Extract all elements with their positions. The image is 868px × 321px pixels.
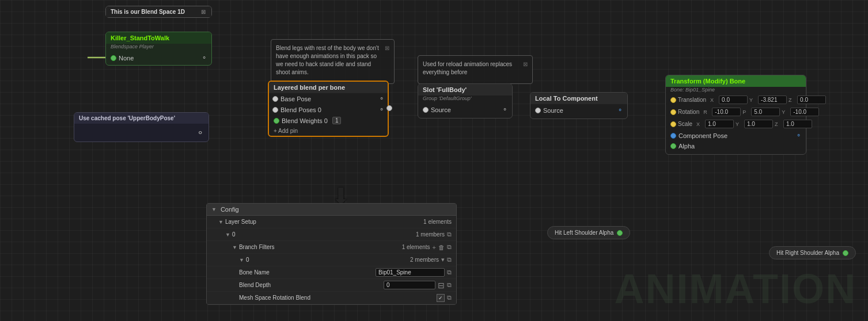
slot-pin-row: Source ⚬	[418, 104, 512, 118]
branch-filters-row[interactable]: ▼ Branch Filters 1 elements + 🗑 ⧉	[207, 241, 456, 254]
layered-header: Layered blend per bone	[269, 82, 388, 93]
killer-title: Killer_StandToWalk	[111, 35, 169, 41]
killer-human-icon: ⚬	[202, 54, 207, 62]
blendspace-comment-node: This is our Blend Space 1D ⊠	[105, 6, 212, 18]
sy-input[interactable]	[744, 120, 773, 128]
hit-left-label: Hit Left Shoulder Alpha	[555, 230, 613, 236]
config-panel: ▼ Config ▼ Layer Setup 1 elements ▼ 0 1 …	[206, 203, 457, 305]
hit-right-label: Hit Right Shoulder Alpha	[776, 250, 839, 256]
copy-icon-1[interactable]: ⧉	[447, 243, 452, 251]
killer-in-pin	[111, 55, 116, 61]
killer-node: Killer_StandToWalk Blendspace Player Non…	[105, 32, 212, 66]
killer-none-label: None	[119, 55, 134, 62]
mesh-space-row: Mesh Space Rotation Blend ✓ ⧉	[207, 292, 456, 304]
tz-input[interactable]	[797, 95, 826, 104]
rp-input[interactable]	[751, 108, 780, 116]
rotation-pin	[670, 109, 676, 115]
local-pin-label: Source	[543, 107, 563, 114]
blendspace-corner-btn[interactable]: ⊠	[200, 9, 207, 15]
blendspace-comment-header: This is our Blend Space 1D ⊠	[106, 6, 211, 17]
hit-right-node: Hit Right Shoulder Alpha	[769, 246, 856, 259]
branch-filters-value: 1 elements	[402, 244, 430, 250]
blend-depth-copy[interactable]: ⧉	[447, 281, 452, 289]
ty-input[interactable]	[758, 95, 787, 104]
layer-setup-row[interactable]: ▼ Layer Setup 1 elements	[207, 216, 456, 228]
blend-weights-pin	[274, 118, 279, 124]
blend-weights-label: Blend Weights 0	[282, 117, 328, 124]
base-pose-pin	[272, 96, 278, 102]
cached-pose-node: Use cached pose 'UpperBodyPose' ⚬	[74, 112, 209, 142]
blend-legs-comment: Blend legs with rest of the body we don'…	[271, 39, 395, 84]
add-icon[interactable]: +	[433, 244, 436, 251]
component-pose-pin	[670, 133, 676, 139]
copy-icon-0[interactable]: ⧉	[447, 231, 452, 238]
cached-human-icon: ⚬	[196, 127, 204, 138]
checkbox-icon[interactable]: ✓	[437, 294, 445, 302]
alpha-label: Alpha	[679, 143, 695, 150]
local-title: Local To Component	[535, 95, 598, 102]
mesh-space-copy[interactable]: ⧉	[447, 294, 452, 301]
cached-title: Use cached pose 'UpperBodyPose'	[79, 115, 175, 121]
branch-0-value: 2 members	[410, 257, 439, 263]
blend-legs-text: Blend legs with rest of the body we don'…	[276, 44, 382, 77]
blend-weights-val: 1	[332, 117, 342, 124]
layered-title: Layered blend per bone	[274, 84, 345, 91]
dropdown-icon[interactable]: ▾	[441, 256, 445, 263]
layer-setup-value: 1 elements	[423, 219, 452, 225]
slot-title: Slot 'FullBody'	[423, 86, 467, 93]
alpha-row: Alpha	[666, 141, 806, 154]
reload-comment: Used for reload animation replaces every…	[418, 55, 533, 84]
tx-input[interactable]	[719, 95, 748, 104]
local-human-icon-blue: ⚬	[617, 106, 623, 114]
slot-in-pin	[423, 107, 429, 113]
scale-label: Scale	[678, 121, 692, 127]
base-pose-row: Base Pose ⚬	[269, 93, 388, 104]
layered-blend-node: Layered blend per bone Base Pose ⚬ Blend…	[268, 81, 389, 137]
local-in-pin	[535, 108, 541, 113]
mesh-space-label: Mesh Space Rotation Blend	[239, 295, 437, 301]
blend-depth-row: Blend Depth ⊟ ⧉	[207, 279, 456, 292]
slot-subheader: Group 'DefaultGroup'	[418, 95, 512, 104]
branch-0-label: 0	[246, 257, 410, 263]
bone-name-copy[interactable]: ⧉	[447, 269, 452, 276]
component-pose-label: Component Pose	[679, 132, 727, 139]
slot-header: Slot 'FullBody'	[418, 84, 512, 95]
sx-input[interactable]	[705, 120, 734, 128]
delete-icon[interactable]: 🗑	[438, 244, 445, 251]
rx-input[interactable]	[712, 108, 741, 116]
slot-node: Slot 'FullBody' Group 'DefaultGroup' Sou…	[418, 83, 513, 119]
base-pose-label: Base Pose	[281, 95, 311, 102]
layered-out-pin	[386, 105, 392, 111]
base-pose-human-icon: ⚬	[379, 95, 384, 102]
alpha-pin	[670, 143, 676, 149]
local-pin-row: Source ⚬	[530, 104, 627, 119]
hit-left-pin	[617, 230, 623, 236]
blend-depth-slider[interactable]: ⊟	[438, 281, 445, 290]
slot-pin-label: Source	[431, 106, 451, 113]
branch-filters-label: Branch Filters	[239, 244, 402, 250]
cached-header: Use cached pose 'UpperBodyPose'	[74, 113, 209, 124]
translation-label: Translation	[678, 97, 706, 103]
bone-name-row: Bone Name ⧉	[207, 266, 456, 279]
mesh-space-checkbox[interactable]: ✓	[437, 294, 445, 302]
sz-input[interactable]	[783, 120, 812, 128]
bone-name-input[interactable]	[376, 268, 445, 277]
config-header: ▼ Config	[207, 204, 456, 216]
transform-subheader: Bone: Bip01_Spine	[666, 87, 806, 94]
add-pin-btn[interactable]: + Add pin	[269, 126, 388, 136]
ry-input[interactable]	[790, 108, 819, 116]
blend-weights-row: Blend Weights 0 1	[269, 115, 388, 126]
hit-right-pin	[843, 250, 848, 256]
blend-depth-input[interactable]	[384, 281, 435, 289]
branch-0-row[interactable]: ▼ 0 2 members ▾ ⧉	[207, 254, 456, 266]
blend-poses-pin	[272, 107, 278, 113]
copy-icon-2[interactable]: ⧉	[447, 256, 452, 263]
layer-0-row[interactable]: ▼ 0 1 members ⧉	[207, 228, 456, 241]
slot-human-icon: ⚬	[502, 106, 507, 113]
config-title: Config	[221, 206, 239, 213]
layer-0-label: 0	[232, 231, 416, 238]
bone-name-label: Bone Name	[239, 269, 376, 276]
killer-header: Killer_StandToWalk	[106, 32, 211, 44]
hit-left-node: Hit Left Shoulder Alpha	[547, 226, 630, 239]
transform-node: Transform (Modify) Bone Bone: Bip01_Spin…	[665, 75, 806, 155]
